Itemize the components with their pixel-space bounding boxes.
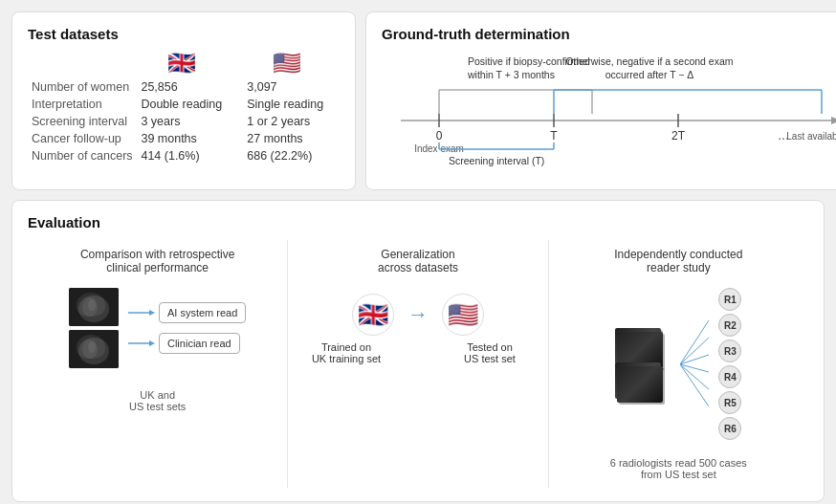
uk-cancers: 414 (1.6%): [137, 147, 243, 164]
svg-line-37: [680, 320, 709, 364]
top-row: Test datasets 🇬🇧 🇺🇸 Number of women 25,8…: [11, 11, 825, 190]
reader-lines-svg: [680, 312, 709, 417]
table-row: Interpretation Double reading Single rea…: [28, 96, 340, 113]
uk-women: 25,856: [137, 78, 243, 96]
svg-marker-36: [149, 340, 155, 346]
svg-text:Last available data: Last available data: [786, 131, 836, 142]
table-row: Screening interval 3 years 1 or 2 years: [28, 113, 340, 130]
eval-section-comparison: Comparison with retrospective clinical p…: [28, 240, 288, 488]
reader-r4: R4: [718, 365, 741, 388]
page: Test datasets 🇬🇧 🇺🇸 Number of women 25,8…: [0, 0, 836, 504]
mammogram-stack: [69, 288, 119, 368]
evaluation-title: Evaluation: [28, 214, 808, 230]
eval-section-comparison-title: Comparison with retrospective clinical p…: [80, 248, 234, 274]
uk-flag-section: 🇬🇧: [352, 294, 394, 336]
reader-diagram: R1 R2 R3 R4 R5 R6: [615, 288, 741, 440]
svg-marker-34: [149, 310, 155, 316]
svg-point-26: [78, 296, 109, 322]
svg-marker-1: [831, 117, 836, 124]
test-datasets-title: Test datasets: [28, 26, 340, 42]
ground-truth-title: Ground-truth determination: [382, 26, 836, 42]
mammogram-top: [69, 288, 119, 326]
eval-section-generalization-title: Generalization across datasets: [378, 248, 458, 274]
us-flag-circle: 🇺🇸: [442, 294, 484, 336]
mammo-layer-4: [617, 366, 663, 403]
reader-mammo-stack: [615, 328, 669, 401]
us-flag-emoji: 🇺🇸: [273, 52, 301, 75]
svg-point-31: [82, 340, 98, 359]
uk-interpretation: Double reading: [137, 96, 243, 113]
svg-text:Screening interval (T): Screening interval (T): [449, 155, 544, 166]
us-flag-section: 🇺🇸: [442, 294, 484, 336]
svg-text:T: T: [550, 129, 558, 142]
label-women: Number of women: [28, 78, 137, 96]
us-interpretation: Single reading: [243, 96, 340, 113]
mammogram-bottom: [69, 330, 119, 368]
ground-truth-card: Ground-truth determination 0 Index exam: [365, 11, 836, 190]
us-cancers: 686 (22.2%): [243, 147, 340, 164]
ai-arrow: AI system read: [128, 302, 246, 323]
comparison-diagram: AI system read Clinician read: [69, 288, 246, 368]
svg-point-32: [88, 341, 96, 353]
table-row: Number of cancers 414 (1.6%) 686 (22.2%): [28, 147, 340, 164]
us-screening: 1 or 2 years: [243, 113, 340, 130]
reader-r2: R2: [718, 314, 741, 337]
eval-footer-comparison: UK and US test sets: [129, 378, 186, 412]
reader-r6: R6: [718, 417, 741, 440]
clinician-read-button: Clinician read: [159, 333, 240, 354]
svg-point-30: [78, 338, 109, 364]
svg-text:Otherwise, negative if a secon: Otherwise, negative if a second exam: [565, 55, 733, 67]
us-flag: 🇺🇸: [234, 52, 340, 75]
reader-r1: R1: [718, 288, 741, 311]
evaluation-card: Evaluation Comparison with retrospective…: [11, 200, 825, 502]
table-row: Cancer follow-up 39 months 27 months: [28, 130, 340, 147]
gen-diagram: 🇬🇧 → 🇺🇸: [352, 294, 484, 336]
ai-system-read-button: AI system read: [159, 302, 246, 323]
svg-text:0: 0: [436, 129, 443, 142]
us-followup: 27 months: [243, 130, 340, 147]
label-cancers: Number of cancers: [28, 147, 137, 164]
svg-line-39: [680, 355, 709, 364]
data-table: Number of women 25,856 3,097 Interpretat…: [28, 78, 340, 164]
svg-text:within T + 3 months: within T + 3 months: [467, 69, 555, 80]
tested-on-label: Tested on US test set: [451, 341, 528, 364]
gt-svg: 0 Index exam T 2T ... Last available dat…: [382, 52, 836, 176]
arrow-section: AI system read Clinician read: [128, 302, 246, 354]
eval-section-reader: Independently conducted reader study: [549, 240, 808, 488]
eval-sections: Comparison with retrospective clinical p…: [28, 240, 808, 488]
table-row: Number of women 25,856 3,097: [28, 78, 340, 96]
reader-r5: R5: [718, 391, 741, 414]
uk-flag-circle: 🇬🇧: [352, 294, 394, 336]
label-followup: Cancer follow-up: [28, 130, 137, 147]
svg-text:2T: 2T: [671, 129, 686, 142]
svg-point-28: [88, 299, 96, 311]
gen-labels-row: Trained on UK training set Tested on US …: [308, 341, 528, 364]
uk-screening: 3 years: [137, 113, 243, 130]
gt-diagram: 0 Index exam T 2T ... Last available dat…: [382, 52, 836, 176]
reader-r3: R3: [718, 340, 741, 362]
label-interpretation: Interpretation: [28, 96, 137, 113]
svg-point-27: [82, 297, 98, 317]
uk-flag-emoji: 🇬🇧: [167, 52, 196, 75]
readers-column: R1 R2 R3 R4 R5 R6: [718, 288, 741, 440]
svg-text:occurred after T − Δ: occurred after T − Δ: [605, 69, 694, 80]
clinician-arrow: Clinician read: [128, 333, 246, 354]
test-datasets-card: Test datasets 🇬🇧 🇺🇸 Number of women 25,8…: [11, 11, 356, 190]
eval-footer-reader: 6 radiologists read 500 cases from US te…: [610, 446, 747, 480]
flags-row: 🇬🇧 🇺🇸: [28, 52, 340, 75]
us-women: 3,097: [243, 78, 340, 96]
eval-section-generalization: Generalization across datasets 🇬🇧 → 🇺🇸 T…: [288, 240, 548, 488]
uk-followup: 39 months: [137, 130, 243, 147]
trained-on-label: Trained on UK training set: [308, 341, 385, 364]
eval-section-reader-title: Independently conducted reader study: [614, 248, 742, 274]
uk-flag: 🇬🇧: [129, 52, 234, 75]
gen-arrow-icon: →: [407, 302, 429, 327]
label-screening: Screening interval: [28, 113, 137, 130]
